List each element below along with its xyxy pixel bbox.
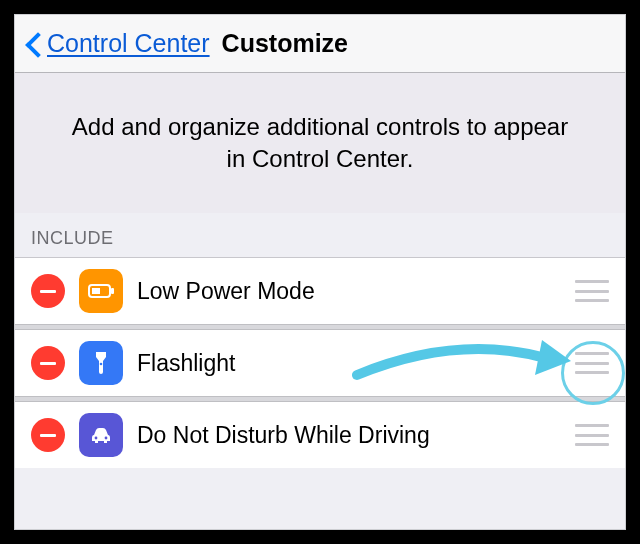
description-text: Add and organize additional controls to … (15, 73, 625, 213)
drag-handle-icon[interactable] (575, 352, 609, 374)
remove-button[interactable] (31, 274, 65, 308)
row-label: Low Power Mode (137, 278, 575, 305)
flashlight-icon (79, 341, 123, 385)
svg-point-5 (105, 437, 108, 440)
row-label: Do Not Disturb While Driving (137, 422, 575, 449)
list-item: Flashlight (15, 330, 625, 396)
battery-icon (79, 269, 123, 313)
back-label: Control Center (47, 29, 210, 58)
page-title: Customize (222, 29, 348, 58)
svg-rect-2 (92, 288, 100, 294)
drag-handle-icon[interactable] (575, 424, 609, 446)
nav-bar: Control Center Customize (15, 15, 625, 73)
chevron-left-icon (25, 31, 41, 57)
back-button[interactable]: Control Center (25, 29, 210, 58)
list-item: Do Not Disturb While Driving (15, 402, 625, 468)
list-item: Low Power Mode (15, 258, 625, 324)
remove-button[interactable] (31, 418, 65, 452)
svg-point-3 (100, 363, 103, 366)
svg-point-4 (95, 437, 98, 440)
row-label: Flashlight (137, 350, 575, 377)
car-icon (79, 413, 123, 457)
svg-rect-1 (111, 288, 114, 294)
settings-screen: Control Center Customize Add and organiz… (14, 14, 626, 530)
drag-handle-icon[interactable] (575, 280, 609, 302)
remove-button[interactable] (31, 346, 65, 380)
section-header-include: INCLUDE (15, 213, 625, 257)
